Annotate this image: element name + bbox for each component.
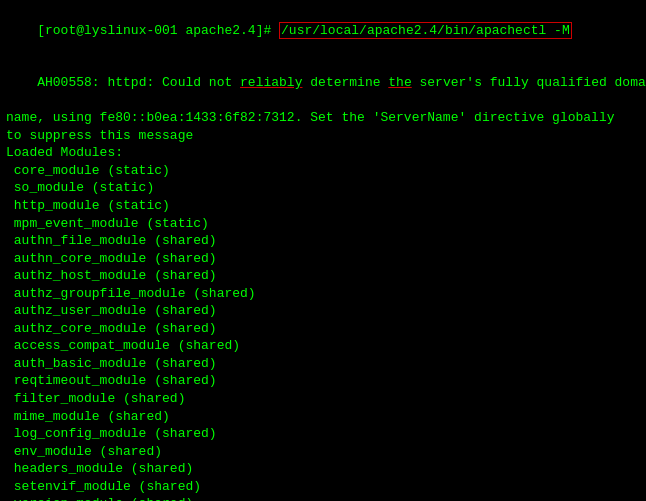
module-item: authz_core_module (shared) bbox=[6, 320, 640, 338]
module-item: http_module (static) bbox=[6, 197, 640, 215]
module-item: mime_module (shared) bbox=[6, 408, 640, 426]
command-line: [root@lyslinux-001 apache2.4]# /usr/loca… bbox=[6, 4, 640, 57]
module-item: headers_module (shared) bbox=[6, 460, 640, 478]
module-item: so_module (static) bbox=[6, 179, 640, 197]
module-item: reqtimeout_module (shared) bbox=[6, 372, 640, 390]
prompt-1: [root@lyslinux-001 apache2.4]# bbox=[37, 23, 279, 38]
command-text: /usr/local/apache2.4/bin/apachectl -M bbox=[281, 23, 570, 38]
module-item: authz_groupfile_module (shared) bbox=[6, 285, 640, 303]
module-item: auth_basic_module (shared) bbox=[6, 355, 640, 373]
module-item: env_module (shared) bbox=[6, 443, 640, 461]
module-item: core_module (static) bbox=[6, 162, 640, 180]
module-item: filter_module (shared) bbox=[6, 390, 640, 408]
module-list: core_module (static) so_module (static) … bbox=[6, 162, 640, 501]
warning-determine: determine bbox=[302, 75, 388, 90]
warning-rest: server's fully qualified domain bbox=[412, 75, 646, 90]
warning-line-1: AH00558: httpd: Could not reliably deter… bbox=[6, 57, 640, 110]
loaded-modules-header: Loaded Modules: bbox=[6, 144, 640, 162]
module-item: access_compat_module (shared) bbox=[6, 337, 640, 355]
warning-line-3: to suppress this message bbox=[6, 127, 640, 145]
module-item: log_config_module (shared) bbox=[6, 425, 640, 443]
module-item: version_module (shared) bbox=[6, 495, 640, 501]
module-item: mpm_event_module (static) bbox=[6, 215, 640, 233]
command-box: /usr/local/apache2.4/bin/apachectl -M bbox=[279, 22, 572, 39]
warning-the: the bbox=[388, 75, 411, 90]
warning-prefix: AH00558: httpd: Could not bbox=[37, 75, 240, 90]
module-item: authz_host_module (shared) bbox=[6, 267, 640, 285]
terminal-window: [root@lyslinux-001 apache2.4]# /usr/loca… bbox=[0, 0, 646, 501]
warning-reliably: reliably bbox=[240, 75, 302, 90]
module-item: authn_core_module (shared) bbox=[6, 250, 640, 268]
module-item: authn_file_module (shared) bbox=[6, 232, 640, 250]
module-item: setenvif_module (shared) bbox=[6, 478, 640, 496]
warning-line-2: name, using fe80::b0ea:1433:6f82:7312. S… bbox=[6, 109, 640, 127]
module-item: authz_user_module (shared) bbox=[6, 302, 640, 320]
